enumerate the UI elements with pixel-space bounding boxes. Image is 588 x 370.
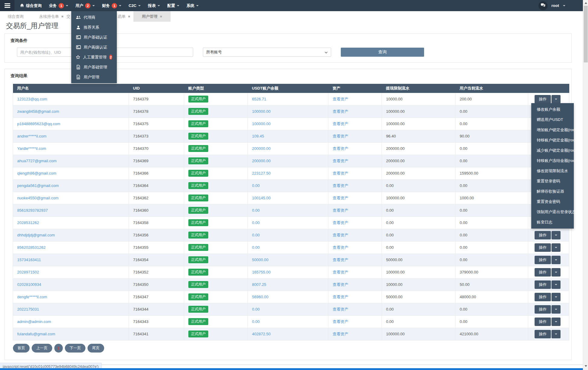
prev-page-button[interactable]: 上一页	[32, 344, 52, 353]
usdt-balance-link[interactable]: 0.00	[252, 319, 260, 324]
usdt-balance-link[interactable]: 100000.00	[252, 122, 270, 126]
action-button[interactable]: 操作	[535, 305, 551, 314]
usdt-balance-link[interactable]: 50000.00	[252, 258, 268, 262]
usdt-balance-link[interactable]: 223127.50	[252, 171, 270, 176]
action-button[interactable]: 操作	[535, 318, 551, 326]
usdt-balance-link[interactable]: 0.00	[252, 220, 260, 225]
close-icon[interactable]: ✖	[160, 15, 162, 18]
nav-menu-item[interactable]: 系统	[183, 0, 202, 11]
usdt-balance-link[interactable]: 100000.00	[252, 109, 270, 114]
nav-menu-item[interactable]: 用户 2	[72, 0, 98, 11]
view-assets-link[interactable]: 查看资产	[333, 159, 348, 163]
last-page-button[interactable]: 尾页	[88, 344, 104, 353]
action-button[interactable]: 操作	[535, 243, 551, 252]
action-menu-item[interactable]: 解绑谷歌验证器	[531, 186, 574, 197]
hamburger-menu-icon[interactable]	[0, 0, 14, 11]
action-button[interactable]: 操作	[535, 256, 551, 264]
user-menu-item[interactable]: 用户管理	[71, 72, 117, 82]
view-assets-link[interactable]: 查看资产	[333, 307, 348, 311]
username-link[interactable]: 8562028531262	[17, 245, 46, 250]
view-assets-link[interactable]: 查看资产	[333, 109, 348, 114]
usdt-balance-link[interactable]: 0.00	[252, 183, 260, 188]
action-button[interactable]: 操作	[535, 293, 551, 301]
action-menu-item[interactable]: 修改账户余额	[531, 104, 574, 115]
user-menu-item[interactable]: 代理商	[71, 12, 117, 22]
scroll-up-arrow-icon[interactable]	[583, 0, 588, 5]
usdt-balance-link[interactable]: 0.00	[252, 307, 260, 311]
action-menu-item[interactable]: 强制用户退出登录状态	[531, 207, 574, 217]
nav-menu-item[interactable]: 综合查询	[16, 0, 45, 11]
search-button[interactable]: 查询	[341, 48, 424, 57]
action-menu-item[interactable]: 转移账户冻结金额(root)	[531, 156, 574, 166]
action-caret-button[interactable]	[551, 280, 561, 289]
action-button[interactable]: 操作	[535, 330, 551, 338]
close-icon[interactable]: ✖	[61, 15, 64, 18]
username-link[interactable]: admin@admin.com	[17, 319, 51, 324]
username-link[interactable]: p18488695623@qq.com	[17, 122, 60, 126]
view-assets-link[interactable]: 查看资产	[333, 146, 348, 151]
user-menu-item[interactable]: 用户基础认证	[71, 32, 117, 42]
action-menu-item[interactable]: 账变日志	[531, 217, 574, 227]
nav-menu-item[interactable]: C2C	[125, 0, 144, 11]
username-link[interactable]: 02028100934	[17, 282, 41, 287]
usdt-balance-link[interactable]: 200000.00	[252, 159, 270, 163]
usdt-balance-link[interactable]: 0.00	[252, 245, 260, 250]
usdt-balance-link[interactable]: 109.45	[252, 134, 264, 138]
view-assets-link[interactable]: 查看资产	[333, 332, 348, 336]
action-caret-button[interactable]	[551, 293, 561, 301]
action-menu-item[interactable]: 转移账户锁定金额(root)	[531, 135, 574, 145]
user-menu-item[interactable]: 推荐关系	[71, 22, 117, 32]
username-link[interactable]: 2028971502	[17, 270, 39, 274]
view-assets-link[interactable]: 查看资产	[333, 282, 348, 287]
nav-menu-item[interactable]: 报表	[144, 0, 164, 11]
scrollbar-thumb[interactable]	[584, 6, 588, 62]
usdt-balance-link[interactable]: 8007.25	[252, 282, 266, 287]
view-assets-link[interactable]: 查看资产	[333, 171, 348, 176]
user-menu-item[interactable]: 用户高级认证	[71, 42, 117, 52]
current-user[interactable]: root	[551, 3, 559, 8]
tab-perpetual-positions[interactable]: 永续持仓单 ✖	[38, 11, 65, 22]
username-link[interactable]: 2028531262	[17, 220, 39, 225]
username-link[interactable]: 2022175031	[17, 307, 39, 311]
action-menu-item[interactable]: 重置登录密码	[531, 176, 574, 186]
view-assets-link[interactable]: 查看资产	[333, 270, 348, 274]
user-chevron-down-icon[interactable]	[563, 5, 565, 6]
view-assets-link[interactable]: 查看资产	[333, 122, 348, 126]
username-link[interactable]: zwang8458@gmail.com	[17, 109, 59, 114]
user-menu-item[interactable]: 用户基础管理	[71, 62, 117, 72]
view-assets-link[interactable]: 查看资产	[333, 245, 348, 250]
action-caret-button[interactable]	[551, 305, 561, 314]
action-menu-item[interactable]: 减少账户锁定金额(root)	[531, 145, 574, 156]
action-button[interactable]: 操作	[535, 95, 551, 103]
username-link[interactable]: fulandafu@gmail.com	[17, 332, 55, 336]
action-button[interactable]: 操作	[535, 280, 551, 289]
username-link[interactable]: qlength86@gmail.com	[17, 171, 56, 176]
view-assets-link[interactable]: 查看资产	[333, 319, 348, 324]
username-link[interactable]: ahua7727@gmail.com	[17, 159, 56, 163]
usdt-balance-link[interactable]: 200000.00	[252, 146, 270, 151]
action-caret-button[interactable]	[551, 330, 561, 338]
tab-summary-query[interactable]: 综合查询	[7, 11, 25, 22]
username-link[interactable]: nuoke4550@gmail.com	[17, 196, 59, 200]
view-assets-link[interactable]: 查看资产	[333, 196, 348, 200]
username-link[interactable]: pengda561@gmail.com	[17, 183, 59, 188]
action-menu-item[interactable]: 赠送用户USDT	[531, 115, 574, 125]
action-caret-button[interactable]	[551, 95, 561, 103]
usdt-balance-link[interactable]: 100145.00	[252, 196, 270, 200]
username-link[interactable]: 123123@qq.com	[17, 97, 47, 101]
view-assets-link[interactable]: 查看资产	[333, 134, 348, 138]
action-button[interactable]: 操作	[535, 231, 551, 239]
nav-menu-item[interactable]: 财务 1	[98, 0, 125, 11]
usdt-balance-link[interactable]: 0.00	[252, 233, 260, 237]
current-page-button[interactable]: 1	[54, 344, 63, 353]
username-link[interactable]: andrer*****il.com	[17, 134, 46, 138]
close-icon[interactable]: ✖	[128, 15, 130, 18]
action-caret-button[interactable]	[551, 243, 561, 252]
usdt-balance-link[interactable]: 165755.00	[252, 270, 270, 274]
usdt-balance-link[interactable]: 0.00	[252, 208, 260, 213]
action-caret-button[interactable]	[551, 318, 561, 326]
next-page-button[interactable]: 下一页	[65, 344, 85, 353]
nav-menu-item[interactable]: 配置	[164, 0, 183, 11]
tab-user-management[interactable]: 用户管理 ✖	[133, 11, 171, 22]
first-page-button[interactable]: 首页	[13, 344, 30, 353]
